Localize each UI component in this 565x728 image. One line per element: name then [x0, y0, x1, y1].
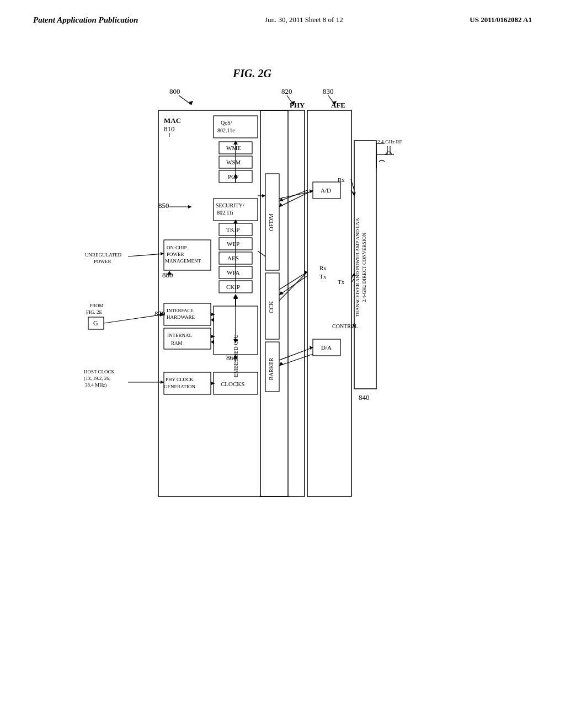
transceiver-text1: 2.4-GHz DIRECT CONVERSION: [361, 232, 367, 302]
host-clock-text2: (13, 19.2, 26,: [84, 376, 110, 381]
control-text: CONTROL: [332, 323, 358, 329]
label-880: 880: [162, 271, 173, 279]
svg-marker-26: [211, 340, 214, 344]
diagram-area: FIG. 2G 800 820 830 PHY AFE MAC 810 QoS/…: [73, 58, 492, 554]
phy-outer-box: [260, 110, 305, 496]
svg-marker-41: [310, 346, 313, 350]
internal-ram-text1: INTERNAL: [167, 333, 192, 338]
diagram-svg: FIG. 2G 800 820 830 PHY AFE MAC 810 QoS/…: [73, 58, 492, 554]
wsm-text: WSM: [226, 159, 241, 165]
tkip-text: TKIP: [226, 226, 239, 233]
ofdm-text: OFDM: [268, 213, 274, 231]
ckip-text: CKIP: [226, 283, 240, 290]
interface-hw-text1: INTERFACE: [167, 308, 194, 313]
label-800: 800: [169, 87, 180, 95]
svg-line-72: [279, 272, 307, 290]
svg-marker-28: [211, 382, 215, 385]
from-fig-text2: FIG. 2E: [86, 309, 103, 315]
ad-text: A/D: [321, 187, 331, 194]
svg-marker-66: [262, 194, 265, 197]
svg-line-40: [279, 347, 313, 360]
svg-line-33: [104, 314, 164, 323]
interface-hw-text2: HARDWARE: [167, 314, 195, 320]
svg-marker-20: [211, 313, 215, 316]
host-clock-text1: HOST CLOCK: [84, 369, 115, 374]
header-right: US 2011/0162082 A1: [470, 15, 532, 24]
internal-ram-box: [164, 328, 211, 349]
mac-label: MAC: [164, 116, 181, 125]
svg-marker-22: [211, 318, 214, 322]
svg-marker-12: [233, 220, 238, 223]
onchip-text3: MANAGEMENT: [165, 258, 201, 264]
cck-text: CCK: [268, 301, 274, 314]
aes-text: AES: [227, 255, 239, 261]
wep-text: WEP: [227, 240, 239, 247]
afe-outer-box: [307, 110, 351, 496]
label-870: 870: [154, 309, 166, 318]
rx-label: Rx: [338, 176, 345, 183]
svg-line-0: [179, 95, 191, 105]
svg-marker-10: [188, 205, 191, 208]
qos-text2: 802.11e: [217, 127, 235, 133]
svg-marker-32: [161, 252, 164, 255]
internal-ram-text2: RAM: [171, 340, 183, 346]
tx-label: Tx: [338, 279, 345, 285]
rx-tx-afe-text2: Tx: [319, 273, 327, 280]
svg-marker-43: [279, 362, 284, 366]
header-left: Patent Application Publication: [33, 15, 138, 25]
label-830: 830: [323, 87, 334, 95]
unregulated-power-text2: POWER: [94, 259, 111, 264]
svg-marker-8: [233, 141, 238, 144]
fig-label: FIG. 2G: [232, 67, 272, 79]
label-840: 840: [359, 393, 370, 402]
from-fig-text1: FROM: [89, 303, 104, 308]
g-label: G: [93, 319, 98, 327]
security-text1: SECURITY/: [216, 202, 244, 208]
label-850: 850: [158, 201, 169, 210]
afe-label: AFE: [331, 101, 345, 109]
svg-marker-75: [279, 291, 284, 295]
svg-line-74: [279, 276, 307, 295]
phy-clock-text2: GENERATION: [164, 384, 195, 389]
onchip-text1: ON-CHIP: [167, 245, 187, 250]
phy-label: PHY: [290, 101, 305, 109]
label-820: 820: [281, 87, 292, 95]
qos-box: [214, 116, 258, 138]
wme-text: WME: [226, 144, 241, 151]
clocks-text: CLOCKS: [221, 381, 244, 387]
svg-marker-24: [211, 335, 215, 338]
svg-line-42: [279, 354, 313, 366]
unregulated-power-text1: UNREGULATED: [85, 252, 121, 258]
header-center: Jun. 30, 2011 Sheet 8 of 12: [265, 15, 343, 24]
page-header: Patent Application Publication Jun. 30, …: [0, 0, 565, 25]
svg-line-39: [279, 272, 307, 301]
transceiver-text2: TRANSCEIVER AND POWER AMP AND LNA: [355, 218, 360, 317]
host-clock-text3: 38.4 MHz): [85, 382, 107, 388]
phy-clock-text1: PHY CLOCK: [166, 377, 194, 382]
svg-marker-51: [352, 192, 356, 196]
rx-tx-afe-text1: Rx: [319, 265, 327, 271]
da-text: D/A: [321, 344, 332, 351]
security-text2: 802.11i: [217, 210, 233, 216]
phy-clock-box: [164, 372, 211, 394]
qos-text1: QoS/: [221, 120, 232, 126]
wpa-text: WPA: [227, 269, 239, 276]
barker-text: BARKER: [268, 357, 274, 380]
svg-marker-38: [310, 189, 313, 193]
mac-810: 810: [164, 125, 175, 133]
onchip-text2: POWER: [167, 251, 184, 257]
svg-line-67: [258, 251, 265, 256]
